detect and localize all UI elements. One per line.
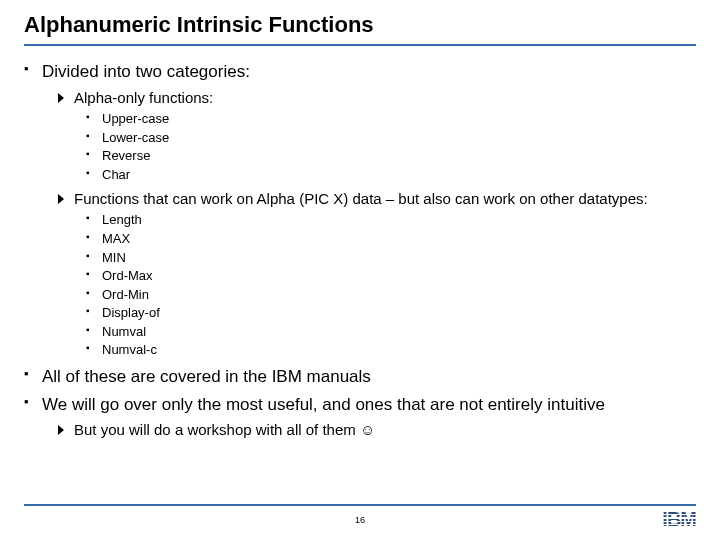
- bullet-lvl3: Length: [24, 211, 696, 229]
- footer-row: 16 IBM: [0, 508, 720, 532]
- bullet-lvl1: All of these are covered in the IBM manu…: [24, 365, 696, 389]
- bullet-lvl3: MAX: [24, 230, 696, 248]
- bullet-lvl3: Upper-case: [24, 110, 696, 128]
- page-number: 16: [355, 515, 365, 525]
- bullet-lvl3: MIN: [24, 249, 696, 267]
- slide-title: Alphanumeric Intrinsic Functions: [24, 12, 696, 46]
- slide: Alphanumeric Intrinsic Functions Divided…: [0, 0, 720, 441]
- bullet-lvl3: Numval: [24, 323, 696, 341]
- bullet-lvl1: Divided into two categories:: [24, 60, 696, 84]
- bullet-lvl3: Ord-Min: [24, 286, 696, 304]
- bullet-lvl3: Display-of: [24, 304, 696, 322]
- bullet-lvl3: Reverse: [24, 147, 696, 165]
- footer-divider: [24, 504, 696, 506]
- bullet-lvl1: We will go over only the most useful, an…: [24, 393, 696, 417]
- footer: 16 IBM: [0, 504, 720, 532]
- bullet-lvl2-text: But you will do a workshop with all of t…: [74, 421, 375, 438]
- ibm-logo-icon: IBM: [662, 509, 696, 530]
- bullet-lvl3: Char: [24, 166, 696, 184]
- bullet-lvl2: Functions that can work on Alpha (PIC X)…: [24, 189, 696, 209]
- bullet-lvl2: Alpha-only functions:: [24, 88, 696, 108]
- bullet-lvl2: But you will do a workshop with all of t…: [24, 420, 696, 440]
- bullet-lvl3: Ord-Max: [24, 267, 696, 285]
- bullet-lvl3: Lower-case: [24, 129, 696, 147]
- bullet-lvl3: Numval-c: [24, 341, 696, 359]
